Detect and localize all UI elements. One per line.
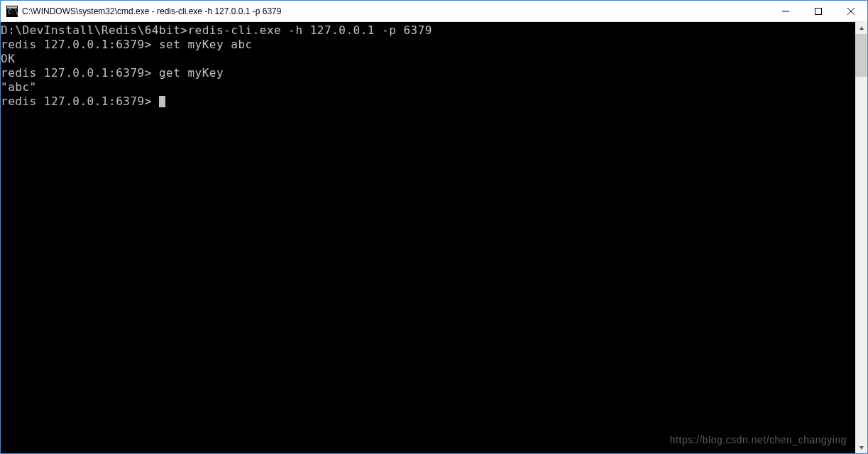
terminal-area: D:\DevInstall\Redis\64bit>redis-cli.exe … <box>1 22 867 453</box>
cmd-icon: C:\ <box>6 6 18 17</box>
terminal-line: redis 127.0.0.1:6379> get myKey <box>1 66 855 80</box>
titlebar[interactable]: C:\ C:\WINDOWS\system32\cmd.exe - redis-… <box>1 1 867 22</box>
terminal-line: redis 127.0.0.1:6379> set myKey abc <box>1 38 855 52</box>
svg-marker-7 <box>859 26 864 30</box>
terminal-line: D:\DevInstall\Redis\64bit>redis-cli.exe … <box>1 23 855 38</box>
svg-text:C:\: C:\ <box>8 9 18 16</box>
window-title: C:\WINDOWS\system32\cmd.exe - redis-cli.… <box>22 6 769 16</box>
terminal-line: "abc" <box>1 80 855 94</box>
scroll-track[interactable] <box>855 34 867 441</box>
vertical-scrollbar[interactable] <box>855 22 867 453</box>
close-button[interactable] <box>835 1 867 21</box>
cmd-window: C:\ C:\WINDOWS\system32\cmd.exe - redis-… <box>0 0 868 454</box>
scroll-down-button[interactable] <box>855 441 867 453</box>
minimize-button[interactable] <box>769 1 802 21</box>
terminal-output[interactable]: D:\DevInstall\Redis\64bit>redis-cli.exe … <box>1 22 855 453</box>
terminal-line: redis 127.0.0.1:6379> <box>1 94 855 109</box>
cursor <box>159 96 165 107</box>
scroll-up-button[interactable] <box>855 22 867 34</box>
svg-marker-8 <box>859 446 864 450</box>
svg-rect-1 <box>7 6 17 9</box>
window-controls <box>769 1 867 21</box>
svg-rect-4 <box>815 8 822 14</box>
terminal-line: OK <box>1 52 855 66</box>
scroll-thumb[interactable] <box>855 34 867 77</box>
maximize-button[interactable] <box>802 1 835 21</box>
